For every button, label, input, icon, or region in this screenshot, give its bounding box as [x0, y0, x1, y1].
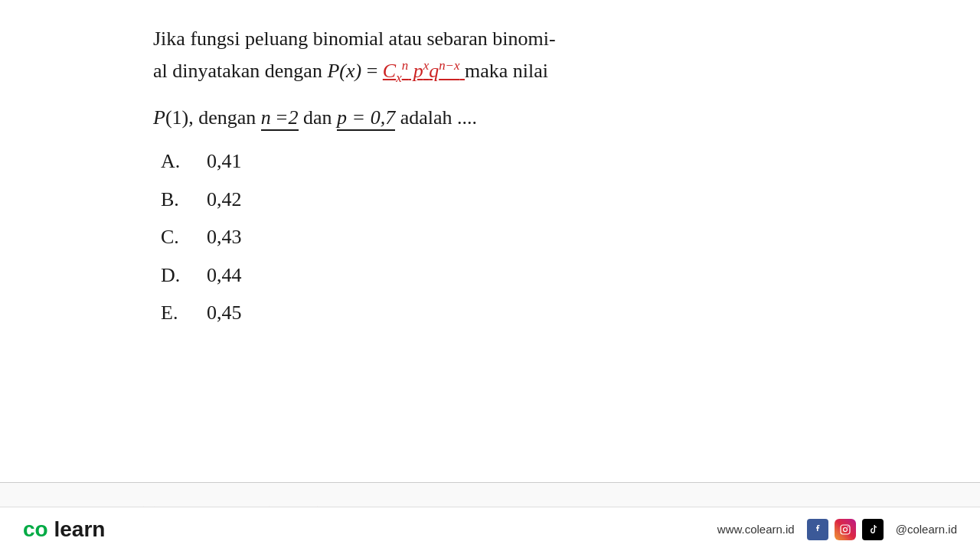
footer-right: www.colearn.id [717, 519, 957, 540]
choice-e: E. 0,45 [161, 294, 934, 331]
footer-logo: co learn [23, 517, 105, 542]
facebook-icon[interactable] [807, 519, 828, 540]
tiktok-icon[interactable] [862, 519, 884, 540]
question-block: Jika fungsi peluang binomial atau sebara… [153, 23, 934, 331]
social-icons [807, 519, 884, 540]
logo-co: co [23, 517, 48, 542]
choice-c-value: 0,43 [207, 218, 242, 256]
choice-b-label: B. [161, 181, 184, 218]
choice-a-value: 0,41 [207, 142, 242, 180]
question-line1: Jika fungsi peluang binomial atau sebara… [153, 28, 556, 50]
p1-text: P(1), dengan n =2 dan p = 0,7 adalah ...… [153, 106, 477, 131]
main-content: Jika fungsi peluang binomial atau sebara… [0, 0, 980, 482]
choice-d: D. 0,44 [161, 256, 934, 294]
instagram-icon[interactable] [835, 519, 856, 540]
question-p1-line: P(1), dengan n =2 dan p = 0,7 adalah ...… [153, 102, 934, 134]
choice-e-value: 0,45 [207, 294, 242, 331]
choice-a: A. 0,41 [161, 142, 934, 180]
social-handle: @colearn.id [896, 523, 957, 536]
footer-url: www.colearn.id [717, 523, 795, 536]
question-line2: al dinyatakan dengan P(x) = Cxn pxqn−x m… [153, 60, 548, 82]
choices-block: A. 0,41 B. 0,42 C. 0,43 D. 0,44 E. 0,45 [161, 142, 934, 331]
logo-space [48, 517, 54, 542]
choice-b-value: 0,42 [207, 181, 242, 218]
choice-d-label: D. [161, 256, 184, 294]
choice-c: C. 0,43 [161, 218, 934, 256]
choice-b: B. 0,42 [161, 181, 934, 218]
maka-nilai: maka nilai [465, 60, 548, 82]
choice-c-label: C. [161, 218, 184, 256]
logo-learn: learn [54, 517, 105, 542]
n-variable: n =2 [261, 106, 299, 131]
footer: co learn www.colearn.id [0, 507, 980, 551]
binomial-formula: Cxn pxqn−x [383, 60, 465, 82]
svg-point-1 [843, 527, 847, 531]
svg-rect-0 [841, 525, 850, 534]
choice-e-label: E. [161, 294, 184, 331]
svg-point-2 [847, 526, 848, 527]
choice-d-value: 0,44 [207, 256, 242, 294]
question-text-lines: Jika fungsi peluang binomial atau sebara… [153, 23, 934, 88]
choice-a-label: A. [161, 142, 184, 180]
p-of-x-label: P(x) [327, 60, 361, 82]
p-variable: p = 0,7 [337, 106, 395, 131]
